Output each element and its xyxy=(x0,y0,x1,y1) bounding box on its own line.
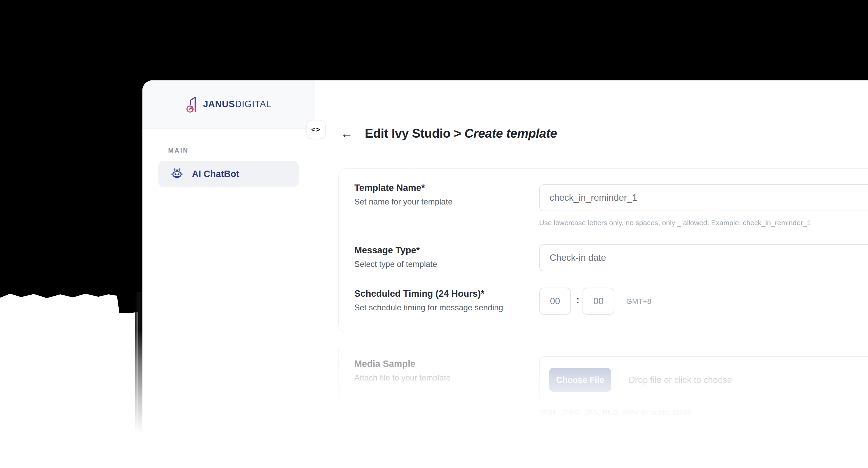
app-window: JANUSDIGITAL MAIN AI ChatBo xyxy=(142,80,868,468)
template-name-sublabel: Set name for your template xyxy=(354,197,452,207)
sidebar-collapse-button[interactable]: <> xyxy=(307,120,326,139)
sidebar-header: JANUSDIGITAL xyxy=(142,80,315,129)
window-edge-shadow xyxy=(135,292,143,451)
back-arrow-icon[interactable]: ← xyxy=(341,128,353,140)
media-sample-sublabel: Attach file to your template xyxy=(354,373,451,383)
media-sample-card: Media Sample Attach file to your templat… xyxy=(338,341,868,468)
sidebar: JANUSDIGITAL MAIN AI ChatBo xyxy=(142,80,315,468)
page-title: Edit Ivy Studio >Create template xyxy=(365,126,557,141)
file-types-footnote: *PDF, JPEG, JPG, PNG, MP4 (Max file: 8MB… xyxy=(539,408,690,417)
brand-logo-icon xyxy=(186,96,198,113)
hour-input[interactable]: 00 xyxy=(539,288,571,315)
template-name-input[interactable]: check_in_reminder_1 xyxy=(539,184,868,211)
template-form-card: Template Name* Set name for your templat… xyxy=(338,168,868,332)
brand-name: JANUSDIGITAL xyxy=(203,99,272,110)
brand-name-bold: JANUS xyxy=(203,99,235,109)
file-dropzone[interactable]: Choose File Drop file or click to choose xyxy=(539,356,868,402)
robot-icon xyxy=(171,168,183,180)
template-name-label: Template Name* xyxy=(354,183,425,193)
sidebar-item-ai-chatbot[interactable]: AI ChatBot xyxy=(158,161,299,187)
message-type-sublabel: Select type of template xyxy=(354,259,437,269)
message-type-label: Message Type* xyxy=(354,245,420,256)
code-chevrons-icon: <> xyxy=(311,125,321,134)
sidebar-section-label: MAIN xyxy=(168,147,315,154)
scheduled-timing-label: Scheduled Timing (24 Hours)* xyxy=(354,289,485,299)
scheduled-timing-sublabel: Set schedule timing for message sending xyxy=(354,303,503,312)
time-separator: : xyxy=(576,294,579,306)
page-white-corner xyxy=(0,291,138,468)
page-title-italic: Create template xyxy=(465,126,557,140)
page-title-text: Edit Ivy Studio > xyxy=(365,126,461,140)
brand-name-light: DIGITAL xyxy=(235,99,271,109)
choose-file-button[interactable]: Choose File xyxy=(549,368,611,392)
minute-input[interactable]: 00 xyxy=(583,288,614,315)
page-header: ← Edit Ivy Studio >Create template xyxy=(341,126,557,141)
sidebar-item-label: AI ChatBot xyxy=(192,169,239,179)
dropzone-hint-text: Drop file or click to choose xyxy=(629,357,732,403)
media-sample-label: Media Sample xyxy=(354,359,415,369)
hero-background: JANUSDIGITAL MAIN AI ChatBo xyxy=(0,0,868,468)
timezone-label: GMT+8 xyxy=(626,297,651,306)
message-type-select[interactable]: Check-in date xyxy=(539,244,868,271)
template-name-helper: Use lowercase letters only, no spaces, o… xyxy=(539,219,811,227)
